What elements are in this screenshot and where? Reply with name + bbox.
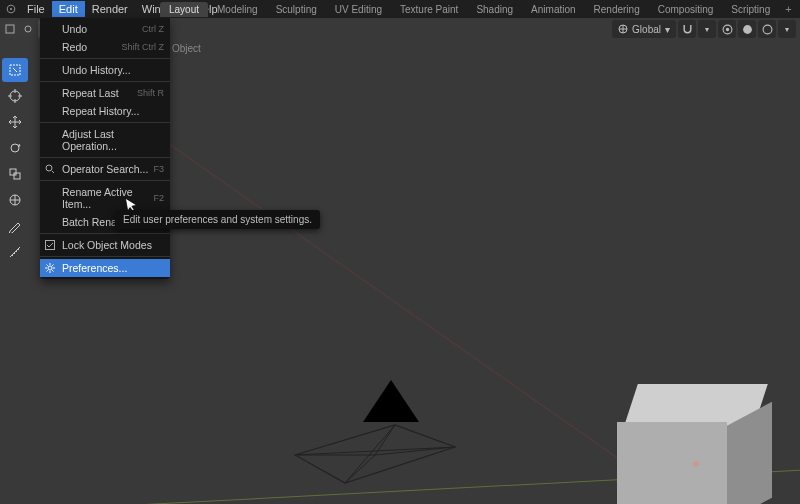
menu-item-adjust-last-op[interactable]: Adjust Last Operation... <box>40 125 170 155</box>
menu-item-repeat-last[interactable]: Repeat Last Shift R <box>40 84 170 102</box>
svg-point-3 <box>25 26 31 32</box>
gear-icon <box>44 262 56 274</box>
menu-item-repeat-history[interactable]: Repeat History... <box>40 102 170 120</box>
svg-rect-15 <box>46 241 55 250</box>
svg-point-1 <box>10 8 12 10</box>
menu-item-lock-object-modes[interactable]: Lock Object Modes <box>40 236 170 254</box>
header-right-controls: Global ▾ ▾ ▾ <box>612 20 796 38</box>
menu-file[interactable]: File <box>20 1 52 17</box>
annotate-icon <box>8 219 22 233</box>
menu-item-label: Undo <box>62 23 87 35</box>
chevron-down-icon: ▾ <box>665 24 670 35</box>
menu-separator <box>40 81 170 82</box>
tab-texture-paint[interactable]: Texture Paint <box>391 2 467 17</box>
globe-icon <box>618 24 628 34</box>
move-tool[interactable] <box>2 110 28 134</box>
menu-item-label: Adjust Last Operation... <box>62 128 164 152</box>
cursor-icon <box>8 89 22 103</box>
camera-object[interactable] <box>285 385 465 497</box>
menu-item-operator-search[interactable]: Operator Search... F3 <box>40 160 170 178</box>
overlay-toggle-b[interactable] <box>758 20 776 38</box>
svg-point-7 <box>743 25 752 34</box>
checkbox-checked-icon <box>44 239 56 251</box>
rotate-icon <box>8 141 22 155</box>
chevron-down-icon: ▾ <box>705 25 709 34</box>
menu-item-label: Redo <box>62 41 87 53</box>
menu-item-rename-active[interactable]: Rename Active Item... F2 <box>40 183 170 213</box>
svg-point-14 <box>46 165 52 171</box>
cube-face-front <box>617 422 727 504</box>
menu-item-redo[interactable]: Redo Shift Ctrl Z <box>40 38 170 56</box>
editor-type-icon[interactable] <box>2 21 18 37</box>
shading-b-icon <box>762 24 773 35</box>
menu-item-label: Repeat History... <box>62 105 139 117</box>
overlay-dropdown[interactable]: ▾ <box>778 20 796 38</box>
menu-item-preferences[interactable]: Preferences... <box>40 259 170 277</box>
scale-icon <box>8 167 22 181</box>
cursor-tool[interactable] <box>2 84 28 108</box>
menu-item-label: Repeat Last <box>62 87 119 99</box>
menu-edit[interactable]: Edit <box>52 1 85 17</box>
tab-sculpting[interactable]: Sculpting <box>267 2 326 17</box>
tool-column <box>2 58 30 264</box>
menu-item-shortcut: F3 <box>153 164 164 174</box>
chevron-down-icon: ▾ <box>785 25 789 34</box>
tab-modeling[interactable]: Modeling <box>208 2 267 17</box>
svg-point-6 <box>725 27 728 30</box>
menu-item-undo-history[interactable]: Undo History... <box>40 61 170 79</box>
tab-add-button[interactable]: + <box>779 1 797 17</box>
menu-separator <box>40 58 170 59</box>
menu-item-shortcut: Shift R <box>137 88 164 98</box>
svg-line-22 <box>345 455 375 483</box>
svg-rect-2 <box>6 25 14 33</box>
object-origin-icon: ✦ <box>690 456 702 472</box>
svg-point-8 <box>763 25 772 34</box>
app-logo-icon <box>4 2 18 16</box>
tab-shading[interactable]: Shading <box>467 2 522 17</box>
select-box-tool[interactable] <box>2 58 28 82</box>
menu-item-shortcut: F2 <box>153 193 164 203</box>
svg-rect-11 <box>10 169 16 175</box>
measure-icon <box>8 245 22 259</box>
menu-separator <box>40 233 170 234</box>
magnet-icon <box>682 24 693 35</box>
menu-item-label: Rename Active Item... <box>62 186 153 210</box>
cube-object[interactable]: ✦ <box>620 384 770 504</box>
scale-tool[interactable] <box>2 162 28 186</box>
tab-rendering[interactable]: Rendering <box>585 2 649 17</box>
search-icon <box>44 163 56 175</box>
orientation-label: Global <box>632 24 661 35</box>
proportional-edit-toggle[interactable] <box>718 20 736 38</box>
menu-item-shortcut: Ctrl Z <box>142 24 164 34</box>
tab-scripting[interactable]: Scripting <box>722 2 779 17</box>
menu-render[interactable]: Render <box>85 1 135 17</box>
transform-tool[interactable] <box>2 188 28 212</box>
proportional-icon <box>722 24 733 35</box>
menu-item-label: Undo History... <box>62 64 131 76</box>
measure-tool[interactable] <box>2 240 28 264</box>
move-icon <box>8 115 22 129</box>
edit-menu-dropdown: Undo Ctrl Z Redo Shift Ctrl Z Undo Histo… <box>40 18 170 279</box>
menu-item-label: Operator Search... <box>62 163 148 175</box>
orientation-dropdown[interactable]: Global ▾ <box>612 20 676 38</box>
tab-uv-editing[interactable]: UV Editing <box>326 2 391 17</box>
transform-icon <box>8 193 22 207</box>
svg-rect-12 <box>14 173 20 179</box>
context-label: Object <box>172 43 201 54</box>
tab-animation[interactable]: Animation <box>522 2 584 17</box>
mode-dropdown-icon[interactable] <box>20 21 36 37</box>
menu-separator <box>40 157 170 158</box>
tooltip: Edit user preferences and system setting… <box>115 210 320 229</box>
menu-separator <box>40 180 170 181</box>
menu-item-undo[interactable]: Undo Ctrl Z <box>40 20 170 38</box>
menu-item-label: Lock Object Modes <box>62 239 152 251</box>
snap-type-dropdown[interactable]: ▾ <box>698 20 716 38</box>
menu-separator <box>40 122 170 123</box>
overlay-toggle-a[interactable] <box>738 20 756 38</box>
tab-compositing[interactable]: Compositing <box>649 2 723 17</box>
snap-toggle[interactable] <box>678 20 696 38</box>
annotate-tool[interactable] <box>2 214 28 238</box>
camera-up-indicator-icon <box>363 380 419 422</box>
tab-layout[interactable]: Layout <box>160 2 208 17</box>
rotate-tool[interactable] <box>2 136 28 160</box>
